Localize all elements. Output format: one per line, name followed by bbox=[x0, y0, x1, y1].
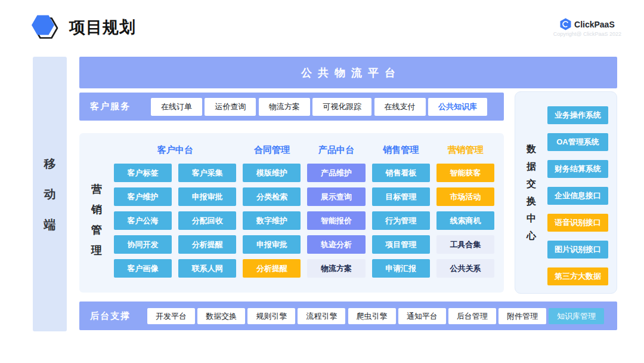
customer-service-item: 物流方案 bbox=[259, 98, 310, 116]
backend-support-bar: 后台支撑 开发平台数据交换规则引擎流程引擎爬虫引擎通知平台后台管理附件管理知识库… bbox=[79, 302, 617, 330]
matrix-cell: 客户采集 bbox=[178, 164, 236, 182]
data-exchange-panel: 数据交换中心 业务操作系统OA管理系统财务结算系统企业信息接口语音识别接口图片识… bbox=[515, 91, 617, 294]
customer-service-item: 在线支付 bbox=[374, 98, 426, 116]
backend-support-item: 附件管理 bbox=[499, 308, 546, 324]
matrix-cell: 协同开发 bbox=[114, 235, 172, 254]
matrix-cell: 客户维护 bbox=[114, 187, 172, 206]
backend-support-item: 流程引擎 bbox=[298, 308, 345, 324]
brand-block: ClickPaaS Copyright@ ClickPaaS 2022 bbox=[553, 18, 621, 37]
data-exchange-label-wrap: 数据交换中心 bbox=[519, 92, 544, 293]
backend-support-item: 规则引擎 bbox=[247, 308, 295, 324]
data-exchange-item: 第三方大数据 bbox=[547, 267, 608, 285]
matrix-cell: 展示查询 bbox=[307, 187, 365, 206]
matrix-column-header: 产品中台 bbox=[307, 141, 365, 158]
backend-support-item: 数据交换 bbox=[197, 308, 245, 324]
matrix-cell: 申请汇报 bbox=[372, 259, 430, 278]
data-exchange-item: 图片识别接口 bbox=[547, 241, 608, 259]
matrix-cell: 申报审批 bbox=[243, 235, 301, 254]
customer-service-bar: 客户服务 在线订单运价查询物流方案可视化跟踪在线支付公共知识库 bbox=[79, 93, 504, 121]
matrix-column-header: 客户中台 bbox=[114, 141, 236, 158]
matrix-cell: 分配回收 bbox=[178, 211, 236, 230]
customer-service-label: 客户服务 bbox=[90, 101, 131, 112]
page-title: 项目规划 bbox=[69, 17, 136, 38]
backend-support-item: 开发平台 bbox=[147, 308, 195, 324]
matrix-side-label: 营销管理 bbox=[91, 182, 102, 257]
matrix-cell: 分类检索 bbox=[243, 187, 301, 206]
matrix-cell: 分析提醒 bbox=[178, 235, 236, 254]
data-exchange-item: 业务操作系统 bbox=[547, 106, 608, 124]
matrix-cell: 轨迹分析 bbox=[307, 235, 365, 254]
matrix-cell: 项目管理 bbox=[372, 235, 430, 254]
matrix-cell: 客户公海 bbox=[114, 211, 172, 230]
customer-service-item: 运价查询 bbox=[205, 98, 256, 116]
matrix-cell: 数字维护 bbox=[243, 211, 301, 230]
customer-service-items: 在线订单运价查询物流方案可视化跟踪在线支付公共知识库 bbox=[151, 98, 487, 116]
matrix-cell: 智能获客 bbox=[436, 164, 494, 182]
page-header: 项目规划 bbox=[30, 12, 136, 43]
matrix-cell: 智能报价 bbox=[307, 211, 365, 230]
matrix-cell: 分析提醒 bbox=[243, 259, 301, 278]
matrix-cell: 市场活动 bbox=[436, 187, 494, 206]
copyright-text: Copyright@ ClickPaaS 2022 bbox=[553, 31, 621, 37]
matrix-column-header: 合同管理 bbox=[243, 141, 301, 158]
backend-support-item: 后台管理 bbox=[448, 308, 496, 324]
matrix-cell: 申报审批 bbox=[178, 187, 236, 206]
matrix-cell: 线索商机 bbox=[436, 211, 494, 230]
matrix-cell: 客户标签 bbox=[114, 164, 172, 182]
platform-banner-label: 公共物流平台 bbox=[295, 66, 401, 80]
customer-service-item: 可视化跟踪 bbox=[312, 98, 371, 116]
matrix-column-header: 营销管理 bbox=[436, 141, 494, 158]
data-exchange-label: 数据交换中心 bbox=[527, 143, 536, 242]
matrix-side-label-wrap: 营销管理 bbox=[79, 162, 114, 276]
mobile-rail-label: 移动端 bbox=[44, 156, 56, 233]
matrix-cell: 销售看板 bbox=[372, 164, 430, 182]
matrix-cell: 模版维护 bbox=[243, 164, 301, 182]
backend-support-item: 通知平台 bbox=[398, 308, 446, 324]
data-exchange-item: 语音识别接口 bbox=[547, 214, 608, 232]
brand-name: ClickPaaS bbox=[574, 20, 615, 29]
backend-support-item: 爬虫引擎 bbox=[348, 308, 396, 324]
data-exchange-item: 企业信息接口 bbox=[547, 187, 608, 205]
customer-service-item: 在线订单 bbox=[151, 98, 202, 116]
matrix-cell: 物流方案 bbox=[307, 259, 365, 278]
backend-support-label: 后台支撑 bbox=[90, 310, 131, 322]
matrix-cell: 公共关系 bbox=[436, 259, 494, 278]
matrix-grid: 客户中台合同管理产品中台销售管理营销管理客户标签客户采集模版维护产品维护销售看板… bbox=[114, 141, 494, 278]
page-canvas: 项目规划 ClickPaaS Copyright@ ClickPaaS 2022… bbox=[0, 0, 644, 363]
clickpaas-logo-icon bbox=[560, 18, 571, 30]
matrix-cell: 工具合集 bbox=[436, 235, 494, 254]
matrix-column-header: 销售管理 bbox=[372, 141, 430, 158]
backend-support-items: 开发平台数据交换规则引擎流程引擎爬虫引擎通知平台后台管理附件管理知识库管理 bbox=[147, 308, 604, 324]
matrix-cell: 行为管理 bbox=[372, 211, 430, 230]
backend-support-item: 知识库管理 bbox=[549, 308, 604, 324]
matrix-cell: 目标管理 bbox=[372, 187, 430, 206]
hexagon-logo-icon bbox=[30, 12, 61, 43]
data-exchange-item: OA管理系统 bbox=[547, 133, 608, 151]
platform-banner: 公共物流平台 bbox=[79, 57, 617, 88]
mobile-rail: 移动端 bbox=[33, 57, 67, 331]
matrix-cell: 联系人网 bbox=[178, 259, 236, 278]
data-exchange-item: 财务结算系统 bbox=[547, 160, 608, 178]
matrix-cell: 产品维护 bbox=[307, 164, 365, 182]
marketing-matrix-panel: 营销管理 客户中台合同管理产品中台销售管理营销管理客户标签客户采集模版维护产品维… bbox=[79, 133, 504, 293]
customer-service-item: 公共知识库 bbox=[428, 98, 487, 116]
data-exchange-items: 业务操作系统OA管理系统财务结算系统企业信息接口语音识别接口图片识别接口第三方大… bbox=[547, 106, 608, 285]
matrix-cell: 客户画像 bbox=[114, 259, 172, 278]
